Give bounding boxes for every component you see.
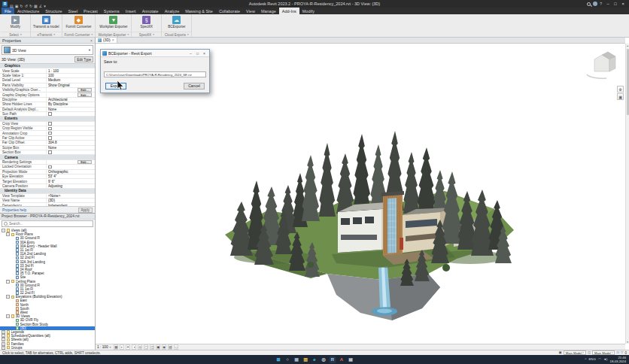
editable-only-icon[interactable]: ⊡ [616,351,619,354]
account-avatar[interactable] [593,2,597,6]
close-icon[interactable]: × [112,38,114,42]
expander-icon[interactable]: − [2,229,5,232]
edit-type-button[interactable]: Edit Type [74,56,93,62]
ribbon-tab-annotate[interactable]: Annotate [139,8,162,14]
expander-icon[interactable]: + [2,346,5,350]
bcexporter-button[interactable]: ☁BCExporter [168,15,185,29]
design-option-select[interactable]: Main Model ▾ [592,350,615,355]
notepad-button[interactable]: ▤ [348,356,354,363]
print-icon[interactable]: ▦ [33,4,38,8]
dialog-maximize-button[interactable]: □ [194,51,201,56]
revit-button[interactable]: R [330,356,336,363]
close-button[interactable]: × [619,2,627,6]
checkbox[interactable] [48,165,52,169]
properties-help-link[interactable]: Properties help [2,208,26,212]
scroll-up-icon[interactable]: ▲ [626,44,628,47]
expander-icon[interactable]: − [6,232,10,236]
ribbon-tab-add-ins[interactable]: Add-Ins [279,8,299,14]
transmit-a-model-button[interactable]: ▣Transmit a model [33,15,59,29]
clock[interactable]: 21:46 18-03-2024 [610,356,626,363]
sun-path-icon[interactable]: ☀ [126,344,131,350]
edit-button[interactable]: Edit... [77,160,92,164]
ribbon-tab-view[interactable]: View [243,8,258,14]
dialog-title-bar[interactable]: BCExporter - Revit Export –□× [101,50,209,57]
worksets-icon[interactable]: ▣ [559,351,562,354]
language-indicator[interactable]: ENG [588,358,596,361]
expander-icon[interactable]: − [6,314,10,318]
render-icon[interactable]: ◎ [138,344,143,350]
shadows-icon[interactable]: ◑ [132,344,137,350]
ribbon-tab-collaborate[interactable]: Collaborate [216,8,243,14]
edge-button[interactable]: e [311,356,318,363]
design-options-icon[interactable]: ◫ [588,351,591,354]
checkbox[interactable] [48,150,52,154]
checkbox[interactable] [48,112,52,116]
file-explorer-button[interactable]: ▥ [302,356,309,363]
workset-select[interactable]: Main Model ▾ [564,350,586,355]
workplan-exporter-button[interactable]: ▼Workplan Exporter [99,15,127,29]
cancel-button[interactable]: Cancel [184,83,205,89]
ribbon-tab-manage[interactable]: Manage [258,8,279,14]
expander-icon[interactable]: − [6,295,10,299]
expander-icon[interactable]: − [6,280,10,284]
search-icon[interactable] [587,2,591,6]
detail-level-icon[interactable]: ▦ [114,344,119,350]
formit-converter-button[interactable]: ◆FormIt Converter [65,15,91,29]
sync-icon[interactable]: ↻ [19,4,23,8]
view-tab-3d[interactable]: {3D} × [96,38,117,43]
modify-button[interactable]: ►Modify [11,15,20,29]
viewcube[interactable] [584,47,620,82]
open-icon[interactable]: ▤ [9,4,14,8]
help-icon[interactable]: ? [600,2,602,6]
browser-search[interactable] [2,220,93,227]
wifi-icon[interactable]: ◠ [598,358,601,361]
edit-button[interactable]: Edit... [77,88,92,92]
type-selector[interactable]: 3D View ▼ [2,45,93,55]
autocad-button[interactable]: A [339,356,345,363]
reveal-hidden-icon[interactable]: ◉ [162,344,167,350]
qat-dropdown-icon[interactable]: ▾ [43,4,47,8]
full-navigation-wheel-icon[interactable]: ⊕ [617,86,624,93]
scale-control[interactable]: 1 : 100 ▾ [97,345,112,349]
dialog-close-button[interactable]: × [201,51,208,56]
ribbon-tab-precast[interactable]: Precast [81,8,101,14]
temporary-hide-icon[interactable]: ▣ [156,344,161,350]
temporary-properties-icon[interactable]: ▧ [168,344,173,350]
search-button[interactable]: ○ [284,356,291,363]
ribbon-tab-massing-site[interactable]: Massing & Site [182,8,216,14]
scroll-thumb[interactable] [627,49,629,115]
start-button[interactable]: ⊞ [275,356,282,363]
visual-style-icon[interactable]: ◐ [120,344,125,350]
scroll-down-icon[interactable]: ▼ [626,340,628,344]
chrome-button[interactable]: ◎ [321,356,327,363]
minimize-button[interactable]: – [604,2,612,6]
ribbon-tab-systems[interactable]: Systems [101,8,123,14]
ribbon-tab-analyze[interactable]: Analyze [162,8,183,14]
tray-chevron-icon[interactable]: ^ [585,358,586,361]
analytical-model-icon[interactable]: ◇ [174,344,179,350]
apply-button[interactable]: Apply [78,208,93,213]
maximize-button[interactable]: □ [612,2,619,6]
crop-view-icon[interactable]: ▢ [144,344,149,350]
checkbox[interactable] [48,127,52,131]
pan-zoom-icon[interactable]: ▣ [617,93,624,100]
ribbon-tab-steel[interactable]: Steel [65,8,81,14]
browser-search-input[interactable] [9,222,91,226]
crop-region-icon[interactable]: ◫ [150,344,155,350]
properties-close-icon[interactable]: × [90,38,93,43]
specifix-button[interactable]: §SpecifiX [141,15,153,29]
vertical-scrollbar[interactable]: ▲ ▼ [625,44,629,344]
checkbox[interactable] [48,132,52,135]
volume-icon[interactable]: ◄) [603,358,608,361]
task-view-button[interactable]: ▦ [293,356,300,363]
dialog-minimize-button[interactable]: – [187,51,194,56]
filter-icon[interactable]: ▽ [621,351,623,354]
drawing-area[interactable]: {3D} × [96,38,629,350]
ribbon-tab-insert[interactable]: Insert [123,8,139,14]
bcexporter-dialog[interactable]: BCExporter - Revit Export –□× Save to: E… [100,49,210,93]
save-path-input[interactable] [104,71,206,77]
checkbox[interactable] [48,136,52,140]
ribbon-tab-modify[interactable]: Modify [299,8,318,14]
checkbox[interactable] [48,122,52,126]
undo-icon[interactable]: ↺ [24,4,29,8]
